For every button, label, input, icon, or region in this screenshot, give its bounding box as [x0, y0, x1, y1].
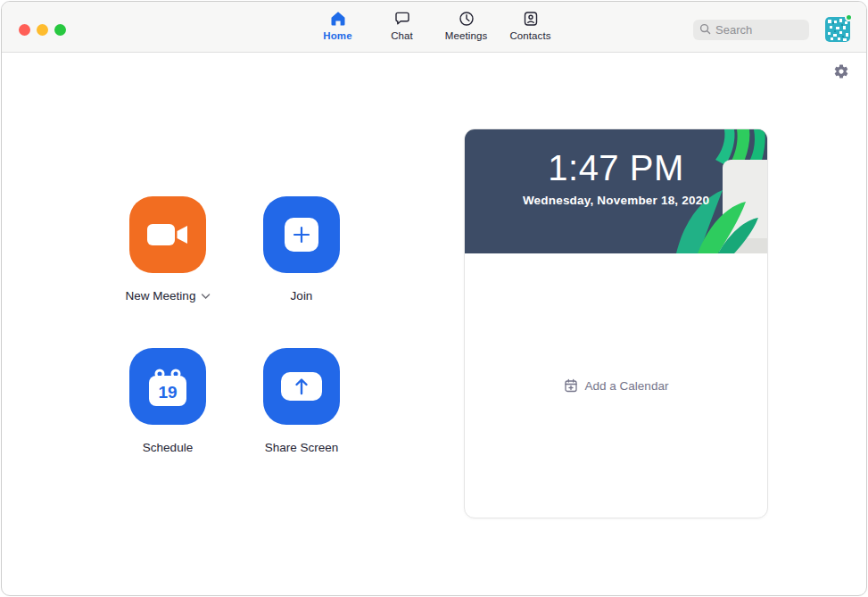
- tab-chat[interactable]: Chat: [370, 10, 434, 41]
- new-meeting-action: New Meeting: [129, 196, 206, 273]
- main-nav-tabs: Home Chat Meetings: [306, 10, 563, 41]
- search-field[interactable]: [693, 20, 809, 40]
- close-window-button[interactable]: [19, 24, 30, 36]
- add-calendar-label: Add a Calendar: [585, 379, 669, 393]
- join-action: Join: [263, 196, 340, 273]
- tab-home[interactable]: Home: [306, 10, 370, 41]
- video-camera-icon: [147, 222, 188, 247]
- tab-meetings-label: Meetings: [445, 30, 487, 41]
- schedule-action: 19 Schedule: [129, 348, 206, 425]
- gear-icon: [833, 63, 849, 79]
- home-icon: [329, 10, 347, 28]
- search-icon: [699, 22, 711, 38]
- tab-home-label: Home: [323, 30, 351, 41]
- schedule-button[interactable]: 19: [129, 348, 206, 425]
- current-time: 1:47 PM: [465, 148, 767, 187]
- chat-bubble-icon: [393, 10, 411, 28]
- share-screen-label: Share Screen: [265, 441, 339, 454]
- tab-meetings[interactable]: Meetings: [434, 10, 499, 41]
- new-meeting-button[interactable]: [129, 196, 206, 273]
- title-bar: Home Chat Meetings: [2, 2, 866, 53]
- join-label: Join: [291, 289, 313, 303]
- plus-icon: [285, 218, 318, 252]
- current-date: Wednesday, November 18, 2020: [465, 194, 767, 207]
- settings-button[interactable]: [833, 63, 849, 83]
- share-screen-action: Share Screen: [263, 348, 340, 425]
- tab-contacts[interactable]: Contacts: [499, 10, 563, 41]
- schedule-label: Schedule: [143, 441, 193, 454]
- contact-card-icon: [522, 10, 540, 28]
- calendar-preview-card: 1:47 PM Wednesday, November 18, 2020 Add…: [464, 129, 768, 518]
- clock-hero-panel: 1:47 PM Wednesday, November 18, 2020: [465, 129, 767, 253]
- minimize-window-button[interactable]: [37, 24, 48, 36]
- new-meeting-label: New Meeting: [126, 289, 196, 303]
- zoom-app-window: Home Chat Meetings: [1, 1, 867, 596]
- window-controls: [19, 24, 66, 36]
- calendar-plus-icon: [564, 378, 578, 393]
- fullscreen-window-button[interactable]: [54, 24, 66, 36]
- add-calendar-button[interactable]: Add a Calendar: [465, 253, 767, 518]
- new-meeting-dropdown-chevron[interactable]: [201, 294, 210, 299]
- share-screen-button[interactable]: [263, 348, 340, 425]
- calendar-day-number: 19: [158, 383, 177, 402]
- search-input[interactable]: [715, 23, 805, 37]
- chevron-down-icon: [201, 294, 210, 299]
- join-button[interactable]: [263, 196, 340, 273]
- calendar-icon: 19: [147, 365, 188, 408]
- user-avatar[interactable]: [825, 17, 850, 42]
- tab-contacts-label: Contacts: [509, 30, 550, 41]
- clock-icon: [458, 10, 475, 28]
- tab-chat-label: Chat: [391, 30, 413, 41]
- arrow-up-icon: [281, 372, 322, 401]
- online-status-dot: [845, 13, 853, 21]
